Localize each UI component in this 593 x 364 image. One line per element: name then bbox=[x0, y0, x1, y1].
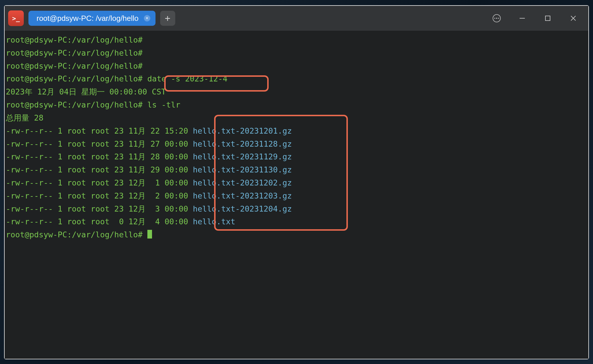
command-line-ls: root@pdsyw-PC:/var/log/hello# ls -tlr bbox=[6, 99, 587, 112]
terminal-app-icon-glyph: >_ bbox=[12, 15, 20, 22]
active-tab[interactable]: root@pdsyw-PC: /var/log/hello × bbox=[28, 11, 156, 26]
minimize-icon bbox=[519, 15, 525, 21]
prompt-line: root@pdsyw-PC:/var/log/hello# bbox=[6, 60, 587, 73]
file-name: hello.txt bbox=[193, 217, 235, 226]
terminal-output[interactable]: root@pdsyw-PC:/var/log/hello#root@pdsyw-… bbox=[5, 31, 588, 359]
maximize-button[interactable] bbox=[542, 12, 554, 24]
command-line-date: root@pdsyw-PC:/var/log/hello# date -s 20… bbox=[6, 72, 587, 85]
prompt-line: root@pdsyw-PC:/var/log/hello# bbox=[6, 228, 587, 241]
minimize-button[interactable] bbox=[516, 12, 528, 24]
tab-title: root@pdsyw-PC: /var/log/hello bbox=[37, 14, 139, 23]
prompt-line: root@pdsyw-PC:/var/log/hello# bbox=[6, 47, 587, 60]
terminal-window: >_ root@pdsyw-PC: /var/log/hello × + bbox=[4, 5, 589, 359]
maximize-icon bbox=[545, 15, 551, 21]
output-date: 2023年 12月 04日 星期一 00:00:00 CST bbox=[6, 85, 587, 99]
file-name: hello.txt-20231201.gz bbox=[193, 126, 292, 135]
svg-rect-1 bbox=[545, 16, 550, 21]
ls-row: -rw-r--r-- 1 root root 23 12月 3 00:00 he… bbox=[6, 203, 587, 216]
file-name: hello.txt-20231129.gz bbox=[193, 152, 292, 161]
file-name: hello.txt-20231202.gz bbox=[193, 178, 292, 187]
ls-row: -rw-r--r-- 1 root root 23 11月 28 00:00 h… bbox=[6, 150, 587, 163]
window-controls bbox=[491, 12, 585, 24]
ls-row: -rw-r--r-- 1 root root 23 12月 2 00:00 he… bbox=[6, 190, 587, 203]
titlebar: >_ root@pdsyw-PC: /var/log/hello × + bbox=[5, 6, 588, 31]
file-name: hello.txt-20231128.gz bbox=[193, 139, 292, 148]
file-name: hello.txt-20231130.gz bbox=[193, 165, 292, 174]
ls-row: -rw-r--r-- 1 root root 23 11月 22 15:20 h… bbox=[6, 125, 587, 138]
tab-close-button[interactable]: × bbox=[144, 15, 150, 21]
close-button[interactable] bbox=[567, 12, 579, 24]
ls-row: -rw-r--r-- 1 root root 23 12月 1 00:00 he… bbox=[6, 176, 587, 190]
ls-row: -rw-r--r-- 1 root root 23 11月 27 00:00 h… bbox=[6, 138, 587, 151]
new-tab-button[interactable]: + bbox=[160, 11, 175, 26]
close-icon bbox=[570, 15, 576, 21]
file-name: hello.txt-20231204.gz bbox=[193, 204, 292, 213]
more-button[interactable] bbox=[491, 12, 502, 24]
cursor bbox=[147, 230, 152, 239]
ls-row: -rw-r--r-- 1 root root 23 11月 29 00:00 h… bbox=[6, 163, 587, 176]
prompt-line: root@pdsyw-PC:/var/log/hello# bbox=[6, 34, 587, 47]
more-icon bbox=[493, 14, 501, 22]
ls-row: -rw-r--r-- 1 root root 0 12月 4 00:00 hel… bbox=[6, 215, 587, 228]
plus-icon: + bbox=[165, 13, 170, 24]
close-icon: × bbox=[146, 16, 148, 21]
terminal-app-icon: >_ bbox=[8, 10, 24, 26]
output-total: 总用量 28 bbox=[6, 112, 587, 125]
file-name: hello.txt-20231203.gz bbox=[193, 191, 292, 200]
